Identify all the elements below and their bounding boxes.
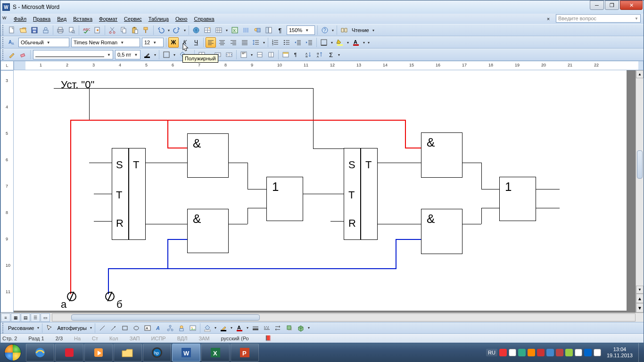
control-menu-icon[interactable]: W [2, 16, 9, 22]
ruler-corner[interactable]: L [0, 61, 14, 70]
vertical-scrollbar[interactable]: ▲ ▼ ▲ ▼ [636, 70, 644, 313]
toolbar-handle[interactable] [2, 323, 5, 333]
ask-a-question-box[interactable]: Введите вопрос ▼ [556, 14, 641, 23]
dash-style-tool[interactable] [262, 323, 272, 333]
tray-icon[interactable] [537, 349, 545, 356]
format-painter-button[interactable] [141, 25, 151, 35]
web-view-button[interactable]: ▦ [11, 313, 20, 322]
print-preview-button[interactable] [66, 25, 77, 35]
zoom-combo[interactable]: 150%▼ [287, 25, 315, 35]
tray-icon[interactable] [575, 349, 582, 356]
taskbar-powerpoint[interactable]: P [231, 344, 259, 362]
menu-help[interactable]: Справка [191, 15, 217, 23]
underline-button[interactable]: Ч [191, 37, 201, 48]
tray-icon[interactable] [556, 349, 563, 356]
insert-table-dropdown[interactable]: ▾ [224, 25, 229, 35]
line-spacing-button[interactable] [251, 37, 261, 48]
horizontal-ruler[interactable]: 1 2 3 4 5 6 7 8 9 10 11 12 13 14 15 16 1… [14, 61, 644, 70]
menu-file[interactable]: Файл [11, 15, 29, 23]
vertical-ruler[interactable]: 3 4 5 6 7 8 9 10 11 [0, 70, 14, 313]
3d-tool[interactable] [296, 323, 306, 333]
menu-view[interactable]: Вид [54, 15, 69, 23]
undo-dropdown[interactable]: ▾ [166, 25, 171, 35]
align-justify-button[interactable] [239, 37, 250, 48]
page-scroll[interactable]: Уст. "0" [14, 70, 636, 313]
taskbar-media[interactable] [84, 344, 113, 362]
sort-asc-button[interactable]: АЯ [303, 49, 314, 60]
font-combo[interactable]: Times New Roman▼ [71, 38, 140, 47]
toolbar-overflow[interactable]: ▾ [371, 25, 376, 35]
draw-table-button[interactable] [7, 49, 17, 60]
scroll-down-button[interactable]: ▼ [636, 286, 644, 294]
eraser-button[interactable] [18, 49, 28, 60]
rectangle-tool[interactable] [120, 323, 130, 333]
help-dropdown[interactable]: ▾ [330, 25, 335, 35]
help-button[interactable]: ? [320, 25, 330, 35]
doc-map-button[interactable] [264, 25, 274, 35]
font-color-tool[interactable]: A [234, 323, 245, 333]
page[interactable]: Уст. "0" [14, 70, 627, 311]
excel-button[interactable]: X [230, 25, 240, 35]
maximize-button[interactable]: ❐ [605, 0, 619, 10]
taskbar-excel[interactable]: X [201, 344, 230, 362]
fill-color-tool[interactable] [202, 323, 213, 333]
style-combo[interactable]: Обычный▼ [18, 38, 69, 47]
align-left-button[interactable] [206, 37, 216, 48]
minimize-button[interactable]: ─ [590, 0, 604, 10]
align-cell-button[interactable] [239, 49, 249, 60]
scroll-up-button[interactable]: ▲ [636, 70, 644, 78]
tray-icon[interactable] [509, 349, 516, 356]
textbox-tool[interactable]: A [142, 323, 153, 333]
line-weight-combo[interactable]: 0,5 пт▼ [115, 50, 140, 59]
read-label[interactable]: Чтение [350, 27, 371, 33]
toolbar-handle[interactable] [2, 25, 5, 35]
arrow-tool[interactable] [108, 323, 119, 333]
distribute-rows-button[interactable] [255, 49, 265, 60]
research-button[interactable] [92, 25, 103, 35]
hyperlink-button[interactable] [191, 25, 201, 35]
oval-tool[interactable] [131, 323, 141, 333]
close-button[interactable]: ✕ [620, 0, 643, 10]
align-right-button[interactable] [228, 37, 239, 48]
reading-view-button[interactable]: ▭ [41, 313, 50, 322]
normal-view-button[interactable]: ≡ [1, 313, 10, 322]
start-button[interactable] [0, 343, 25, 362]
outdent-button[interactable] [293, 37, 303, 48]
line-color-tool[interactable] [218, 323, 229, 333]
menu-window[interactable]: Окно [173, 15, 190, 23]
outside-border-button[interactable] [161, 49, 172, 60]
browse-prev-button[interactable]: ▲ [636, 294, 644, 303]
show-desktop-button[interactable] [638, 343, 643, 362]
menu-table[interactable]: Таблица [146, 15, 172, 23]
status-book-icon[interactable]: 📕 [265, 335, 272, 341]
menu-insert[interactable]: Вставка [70, 15, 95, 23]
bullets-button[interactable] [281, 37, 292, 48]
spell-check-button[interactable]: ABC [81, 25, 91, 35]
print-button[interactable] [55, 25, 66, 35]
font-color-button[interactable]: A [351, 37, 361, 48]
open-button[interactable] [18, 25, 28, 35]
redo-button[interactable] [172, 25, 182, 35]
menu-tools[interactable]: Сервис [121, 15, 145, 23]
copy-button[interactable] [118, 25, 129, 35]
tray-icon[interactable] [565, 349, 573, 356]
new-doc-button[interactable] [7, 25, 17, 35]
tables-borders-button[interactable] [202, 25, 213, 35]
toolbar-handle[interactable] [2, 49, 5, 60]
tray-icon[interactable] [584, 349, 592, 356]
borders-button[interactable] [319, 37, 329, 48]
taskbar-explorer[interactable] [114, 344, 142, 362]
menu-format[interactable]: Формат [96, 15, 120, 23]
insert-table-button[interactable] [214, 25, 224, 35]
styles-pane-button[interactable]: AA [7, 37, 17, 48]
align-center-button[interactable] [217, 37, 227, 48]
autoshapes-menu[interactable]: Автофигуры [55, 325, 89, 331]
diagram-tool[interactable] [165, 323, 175, 333]
taskbar-ie[interactable] [26, 344, 54, 362]
indent-button[interactable] [304, 37, 314, 48]
tray-clock[interactable]: 13:04 19.11.2013 [603, 346, 636, 359]
split-cells-button[interactable] [224, 49, 234, 60]
save-button[interactable] [29, 25, 40, 35]
font-size-combo[interactable]: 12▼ [142, 38, 164, 47]
border-color-button[interactable] [142, 49, 152, 60]
